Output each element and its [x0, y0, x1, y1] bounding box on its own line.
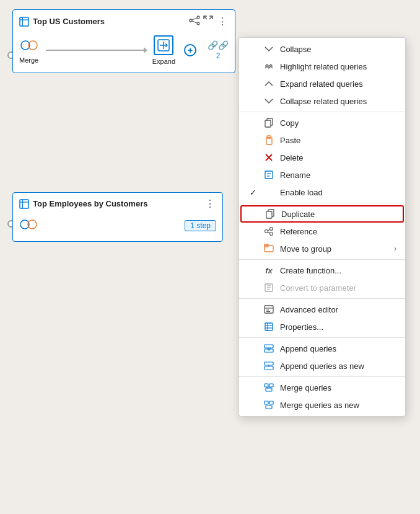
merge-icon [20, 37, 38, 55]
svg-line-6 [192, 18, 197, 20]
menu-item-convert-param: Convert to parameter [239, 279, 405, 296]
svg-line-34 [268, 229, 270, 231]
top-query-card: Top US Customers [12, 9, 235, 73]
menu-label-reference: Reference [280, 227, 396, 236]
menu-label-delete: Delete [280, 153, 396, 162]
step-connector [46, 50, 145, 51]
bottom-query-card: Top Employees by Customers ⋮ 1 step [12, 192, 223, 242]
menu-item-delete[interactable]: Delete [239, 149, 405, 166]
copy-icon [264, 118, 274, 128]
menu-item-advanced-editor[interactable]: Advanced editor [239, 301, 405, 318]
collapse-icon [264, 44, 274, 54]
top-card-title-row: Top US Customers [19, 17, 105, 27]
menu-label-paste: Paste [280, 136, 396, 145]
menu-item-highlight-related[interactable]: Highlight related queries [239, 58, 405, 75]
append-icon [264, 343, 274, 353]
bottom-card-title: Top Employees by Customers [33, 199, 147, 208]
append-new-icon [264, 361, 274, 371]
merge-step[interactable]: Merge [19, 37, 38, 64]
move-group-icon [264, 244, 274, 254]
svg-rect-57 [269, 384, 273, 387]
bottom-merge-icon [19, 217, 38, 234]
menu-item-copy[interactable]: Copy [239, 114, 405, 131]
svg-rect-46 [265, 323, 273, 330]
svg-rect-26 [265, 171, 273, 179]
menu-item-duplicate[interactable]: Duplicate [240, 205, 404, 223]
svg-rect-0 [20, 17, 28, 26]
convert-param-icon [264, 283, 274, 293]
expand-label: Expand [152, 58, 175, 65]
expand-step[interactable]: Expand [152, 35, 175, 65]
menu-item-append-queries-new[interactable]: Append queries as new [239, 357, 405, 374]
separator-6 [239, 376, 405, 377]
bottom-card-menu-button[interactable]: ⋮ [204, 198, 216, 210]
create-function-icon: fx [264, 265, 274, 275]
properties-icon [264, 322, 274, 332]
table-icon-2 [19, 199, 29, 209]
svg-line-7 [192, 21, 197, 23]
menu-label-merge-queries: Merge queries [280, 383, 396, 392]
separator-1 [239, 112, 405, 112]
reference-icon [264, 226, 274, 236]
svg-point-32 [270, 228, 273, 231]
svg-rect-30 [266, 211, 272, 218]
svg-rect-53 [265, 362, 273, 365]
top-card-title: Top US Customers [33, 17, 105, 26]
svg-point-4 [197, 16, 199, 19]
menu-item-rename[interactable]: Rename [239, 166, 405, 184]
svg-rect-62 [269, 401, 273, 404]
highlight-related-icon [264, 61, 274, 71]
svg-point-3 [190, 19, 192, 22]
delete-icon [264, 153, 274, 162]
svg-rect-15 [20, 200, 28, 208]
menu-item-collapse-related[interactable]: Collapse related queries [239, 92, 405, 110]
menu-item-expand-related[interactable]: Expand related queries [239, 75, 405, 92]
rename-icon [264, 170, 274, 180]
separator-2 [239, 203, 405, 203]
menu-label-append-queries-new: Append queries as new [280, 361, 396, 371]
add-step-button[interactable]: + [184, 44, 196, 56]
network-icon[interactable] [189, 15, 200, 28]
menu-item-merge-queries[interactable]: Merge queries [239, 379, 405, 396]
expand-icon-box [154, 35, 173, 55]
menu-item-move-to-group[interactable]: Move to group › [239, 240, 405, 257]
menu-item-merge-queries-new[interactable]: Merge queries as new [239, 396, 405, 414]
separator-5 [239, 337, 405, 338]
svg-rect-23 [267, 136, 271, 138]
bottom-card-title-row: Top Employees by Customers [19, 199, 147, 209]
menu-item-properties[interactable]: Properties... [239, 318, 405, 335]
svg-point-5 [197, 22, 199, 25]
separator-3 [239, 259, 405, 260]
top-card-menu-button[interactable]: ⋮ [216, 16, 229, 27]
menu-label-properties: Properties... [280, 322, 396, 332]
menu-item-append-queries[interactable]: Append queries [239, 340, 405, 357]
menu-item-enable-load[interactable]: ✓ Enable load [239, 184, 405, 201]
paste-icon [264, 135, 274, 145]
svg-rect-50 [265, 345, 273, 348]
advanced-editor-icon [264, 304, 274, 314]
menu-item-reference[interactable]: Reference [239, 223, 405, 240]
link-count: 2 [216, 51, 221, 60]
svg-point-31 [265, 230, 268, 233]
separator-4 [239, 298, 405, 299]
menu-label-collapse: Collapse [280, 45, 396, 54]
menu-label-expand-related: Expand related queries [280, 79, 396, 89]
svg-line-35 [268, 232, 270, 233]
collapse-related-icon [264, 96, 274, 106]
merge-queries-icon [264, 383, 274, 392]
menu-label-enable-load: Enable load [280, 188, 396, 197]
merge-queries-new-icon [264, 400, 274, 410]
expand-arrows-icon[interactable] [203, 15, 214, 28]
menu-item-collapse[interactable]: Collapse [239, 40, 405, 58]
menu-label-duplicate: Duplicate [281, 210, 395, 219]
context-menu: Collapse Highlight related queries Expan… [238, 37, 406, 417]
svg-point-33 [270, 233, 273, 236]
menu-label-collapse-related: Collapse related queries [280, 97, 396, 106]
svg-rect-54 [265, 366, 273, 370]
svg-rect-21 [265, 120, 271, 127]
menu-label-append-queries: Append queries [280, 344, 396, 353]
top-card-body: Merge Expand + 🔗🔗 2 [19, 33, 229, 68]
svg-rect-56 [265, 384, 268, 387]
menu-item-paste[interactable]: Paste [239, 131, 405, 149]
menu-item-create-function[interactable]: fx Create function... [239, 262, 405, 279]
